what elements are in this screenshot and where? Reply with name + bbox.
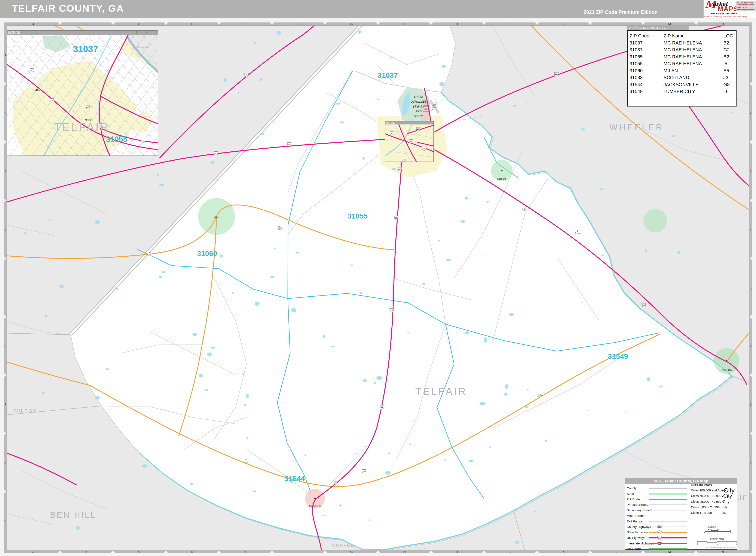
legend-road-label: Primary Streets [627, 503, 648, 507]
zip-index-row: 31037MC RAE HELENAG2 [629, 46, 736, 54]
grid-letter-bottom: D [191, 550, 194, 553]
grid-number-left: 2 [4, 111, 6, 115]
grid-number-right: 6 [750, 344, 752, 348]
grid-notch [535, 550, 539, 553]
legend-road-label: State [627, 492, 634, 495]
grid-letter-top: K [563, 22, 565, 26]
grid-notch [750, 82, 752, 86]
grid-notch [164, 550, 168, 553]
legend-road-swatch [648, 502, 688, 507]
grid-notch [750, 140, 752, 144]
grid-letter-bottom: E [244, 550, 246, 553]
legend-road-swatch [648, 486, 688, 491]
grid-number-left: 1 [4, 53, 6, 57]
logo-maps-text: MAPS [718, 5, 739, 13]
grid-notch [750, 315, 752, 319]
scale-tick-label: 1 [717, 531, 718, 533]
grid-letter-top: G [350, 22, 353, 26]
grid-notch [641, 550, 645, 553]
zip-index-row: 31055MC RAE HELENAB2 [629, 54, 736, 61]
grid-notch [217, 23, 221, 25]
legend-road-swatch: 123 [648, 525, 688, 529]
grid-notch [4, 489, 6, 494]
grid-notch [270, 23, 274, 25]
legend-road-label: Minor Streets [627, 514, 645, 518]
legend-road-swatch: 123 [648, 530, 688, 534]
zip-index-body: ZIP CodeZIP NameLOC31037MC RAE HELENAB23… [627, 30, 736, 106]
grid-notch [535, 23, 539, 25]
scale-bar-title: Scale in Miles [710, 537, 724, 540]
grid-letter-top: L [616, 22, 617, 26]
zip-index-row: 31060MILANE5 [629, 67, 736, 74]
grid-notch [323, 23, 327, 25]
legend-box: 2021 Telfair County, GA Map 2021 © Intel… [625, 478, 737, 550]
legend-road-label: County Highways [627, 525, 651, 529]
legend-road-swatch: 123 [648, 535, 688, 540]
map-poster-page: AABBCCDDEEFFGGHHIIJJKKLLMMNN112233445566… [0, 0, 756, 556]
grid-number-left: 9 [4, 519, 6, 523]
grid-letter-bottom: J [510, 550, 512, 553]
legend-road-label: Toll Roads [627, 547, 641, 551]
grid-notch [4, 198, 6, 203]
grid-notch [111, 550, 115, 553]
legend-road-label: ZIP Code [627, 498, 640, 501]
legend-city-label: Cities 100,000 and Above [691, 489, 726, 492]
grid-letter-bottom: A [32, 550, 34, 553]
grid-letter-top: D [191, 22, 194, 26]
zip-index-row: 31055MC RAE HELENAI5 [629, 60, 736, 67]
grid-letter-bottom: N [722, 550, 724, 553]
legend-road-swatch [648, 497, 688, 502]
legend-road-label: Exit Ramps [627, 520, 643, 523]
legend-road-label: State Highways [627, 530, 648, 534]
grid-letter-bottom: H [403, 550, 406, 553]
grid-letter-top: I [457, 22, 458, 26]
grid-notch [164, 23, 168, 25]
legend-road-label: County [627, 487, 636, 490]
grid-letter-top: B [86, 22, 88, 26]
legend-city-sample: •City [722, 506, 727, 509]
grid-letter-top: J [510, 22, 512, 26]
svg-text:123: 123 [658, 542, 661, 545]
zip-index-row: 31083SCOTLANDJ3 [629, 74, 736, 81]
legend-road-swatch [648, 491, 688, 496]
legend-city-label: Cities 5,000 - 24,999 [691, 506, 720, 509]
legend-road-swatch: 123 [648, 541, 688, 546]
contact-line3: EMAIL US AT: [736, 7, 756, 9]
grid-notch [750, 198, 752, 203]
grid-letter-top: M [668, 22, 671, 26]
grid-letter-bottom: C [138, 550, 140, 553]
grid-notch [429, 550, 433, 553]
scale-tick-label: 2 [736, 543, 737, 545]
grid-notch [750, 489, 752, 494]
grid-notch [4, 140, 6, 144]
grid-letter-top: N [722, 22, 724, 26]
legend-city-label: Cities 25,000 - 49,999 [691, 500, 721, 503]
grid-notch [376, 23, 380, 25]
grid-letter-bottom: I [457, 550, 458, 553]
grid-notch [588, 23, 592, 25]
grid-letter-bottom: F [297, 550, 299, 553]
zip-index-table: ZIP Code Index/Grid Locator ZIP CodeZIP … [627, 26, 689, 30]
zip-index-title: ZIP Code Index/Grid Locator [627, 26, 689, 30]
zip-index-row: 31037MC RAE HELENAB2 [629, 40, 736, 47]
grid-number-right: 4 [750, 228, 752, 231]
contact-line4: mapsales@MarketMAPS.com [736, 9, 756, 11]
grid-number-left: 8 [4, 461, 6, 464]
svg-text:123: 123 [658, 526, 661, 528]
legend-city-sample: •City [722, 512, 726, 514]
edition-label: 2021 ZIP Code Premium Edition [584, 9, 658, 15]
grid-notch [750, 431, 752, 436]
grid-letter-top: F [297, 22, 299, 26]
logo-subtitle: America's Leading Source of Business Map… [704, 15, 747, 18]
contact-line1: CALL US TOLL FREE! [736, 2, 756, 4]
scale-tick-label: 1 [716, 543, 718, 545]
grid-notch [270, 550, 274, 553]
grid-letter-bottom: L [616, 550, 617, 553]
grid-notch [217, 550, 221, 553]
legend-city-label: Cities 1 - 4,999 [691, 511, 712, 515]
scale-tick-label: 0 [704, 531, 705, 533]
grid-notch [111, 23, 115, 25]
grid-number-left: 5 [4, 286, 6, 289]
grid-number-right: 8 [750, 461, 752, 464]
marketmaps-logo: M arket MAPS On Target. On Time. America… [703, 0, 756, 18]
